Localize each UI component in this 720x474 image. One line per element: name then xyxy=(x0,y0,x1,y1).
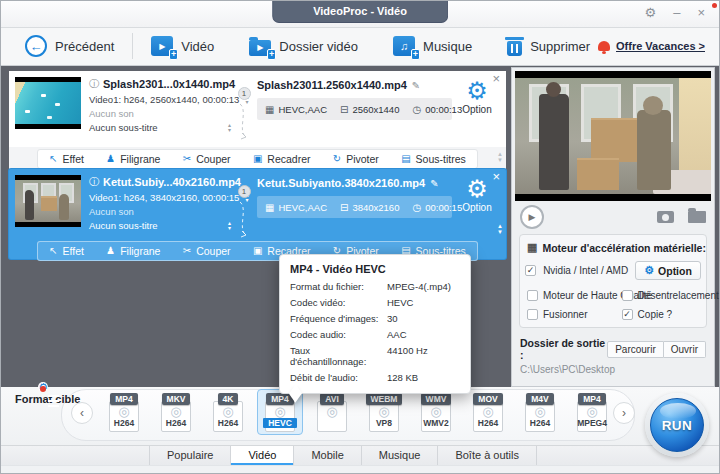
reorder-arrows[interactable]: ▲▼ xyxy=(497,151,503,163)
play-button[interactable]: ▶ xyxy=(520,205,544,229)
chip-icon: ▦ xyxy=(527,241,537,254)
tab-mobile[interactable]: Mobile xyxy=(294,446,361,465)
back-button[interactable]: ← Précédent xyxy=(25,35,114,57)
audio-track-info: Aucun son xyxy=(89,108,134,119)
action-cursor-button[interactable]: ↖Effet xyxy=(49,153,84,165)
codec-icon: ▦ xyxy=(265,202,274,213)
back-arrow-icon: ← xyxy=(25,35,47,57)
carousel-right-chevron[interactable]: › xyxy=(613,402,635,424)
action-scissors-button[interactable]: ✂Couper xyxy=(183,153,231,165)
action-stamp-button[interactable]: ♟Filigrane xyxy=(106,153,160,165)
format-wmv-wmv2[interactable]: WMV◎WMV2 xyxy=(413,390,459,432)
browse-button[interactable]: Parcourir xyxy=(607,341,664,358)
toolbar-divider xyxy=(132,33,133,59)
trash-icon xyxy=(507,41,522,56)
stamp-icon: ♟ xyxy=(106,245,115,256)
snapshot-camera-icon[interactable] xyxy=(657,211,674,223)
high-quality-checkbox[interactable] xyxy=(527,290,538,301)
stamp-icon: ♟ xyxy=(106,153,115,164)
tooltip-row: Taux d'échantillonnage:44100 Hz xyxy=(290,345,460,367)
scissors-icon: ✂ xyxy=(183,153,191,164)
action-crop-button[interactable]: ▣Recadrer xyxy=(253,153,311,165)
conversion-arrow xyxy=(237,102,251,142)
gpu-checkbox[interactable] xyxy=(525,265,536,276)
format-mp4-h264[interactable]: MP4◎H264 xyxy=(101,390,147,432)
format-avi[interactable]: AVI◎ xyxy=(309,390,355,432)
format-mkv-h264[interactable]: MKV◎H264 xyxy=(153,390,199,432)
bottom-strip xyxy=(1,465,719,473)
remove-item-icon[interactable]: × xyxy=(492,169,500,184)
video-item-1[interactable]: ⓘ Splash2301...0x1440.mp4 Video1: h264, … xyxy=(9,71,506,164)
merge-checkbox[interactable] xyxy=(527,309,538,320)
film-reel-icon: ◎ xyxy=(430,405,441,418)
video-thumbnail-1[interactable] xyxy=(15,77,81,129)
track-count-badge: 1 xyxy=(238,87,251,100)
action-scissors-button[interactable]: ✂Couper xyxy=(183,245,231,257)
add-video-folder-button[interactable]: ▶+ Dossier vidéo xyxy=(249,37,358,56)
remove-item-icon[interactable]: × xyxy=(492,71,500,86)
title-bar: VideoProc - Vidéo ⚙ – × xyxy=(1,1,719,28)
crop-icon: ▣ xyxy=(253,245,262,256)
close-button[interactable]: × xyxy=(697,5,705,20)
info-icon[interactable]: ⓘ xyxy=(89,77,99,91)
copy-checkbox[interactable] xyxy=(622,309,633,320)
add-music-button[interactable]: ♫+ Musique xyxy=(393,36,472,56)
format-m4v-h264[interactable]: M4V◎H264 xyxy=(517,390,563,432)
action-rotate-button[interactable]: ↻Pivoter xyxy=(333,153,379,165)
add-video-button[interactable]: ▶+ Vidéo xyxy=(151,36,214,56)
tab-vid-o[interactable]: Vidéo xyxy=(231,446,294,465)
delete-button[interactable]: Supprimer xyxy=(507,36,590,56)
action-stamp-button[interactable]: ♟Filigrane xyxy=(106,245,160,257)
action-cursor-button[interactable]: ↖Effet xyxy=(49,245,84,257)
resolution-icon: ⊟ xyxy=(340,202,348,213)
film-reel-icon: ◎ xyxy=(118,405,129,418)
reorder-arrows[interactable]: ▲▼ xyxy=(497,223,503,235)
clock-icon: ◷ xyxy=(412,202,421,213)
tooltip-row: Format du fichier:MPEG-4(.mp4) xyxy=(290,281,460,292)
cursor-icon: ↖ xyxy=(49,153,57,164)
conversion-arrow xyxy=(237,200,251,240)
video-thumbnail-2[interactable] xyxy=(15,175,81,227)
format-webm-vp8[interactable]: WEBM◎VP8 xyxy=(361,390,407,432)
run-button[interactable]: RUN xyxy=(650,398,704,452)
video-folder-icon: ▶+ xyxy=(249,40,271,56)
video-track-info: Video1: h264, 2560x1440, 00:00:13 xyxy=(89,94,239,105)
holiday-offer-link[interactable]: Offre Vacances > xyxy=(598,40,705,52)
film-reel-icon: ◎ xyxy=(482,405,493,418)
add-video-icon: ▶+ xyxy=(151,36,173,56)
tab-bo-te-outils[interactable]: Boîte à outils xyxy=(438,446,537,465)
file-icon: ◎WMV2 xyxy=(421,401,451,432)
film-reel-icon: ◎ xyxy=(170,405,181,418)
clock-icon: ◷ xyxy=(412,104,421,115)
info-icon[interactable]: ⓘ xyxy=(89,175,99,189)
file-icon: ◎H264 xyxy=(213,401,243,432)
preview-panel: ▶ ▦ Moteur d'accélération matérielle: Nv… xyxy=(511,67,715,387)
rename-icon[interactable]: ✎ xyxy=(430,178,438,189)
hw-option-button[interactable]: ⚙ Option xyxy=(635,261,701,280)
video-item-2-selected[interactable]: ⓘ Ketut.Subiy...40x2160.mp4 Video1: h264… xyxy=(9,169,506,259)
settings-gear-icon[interactable]: ⚙ xyxy=(645,5,657,20)
video-preview[interactable] xyxy=(515,71,711,201)
format-mov-h264[interactable]: MOV◎H264 xyxy=(465,390,511,432)
tab-musique[interactable]: Musique xyxy=(362,446,439,465)
carousel-left-chevron[interactable]: ‹ xyxy=(71,402,93,424)
tab-populaire[interactable]: Populaire xyxy=(149,446,231,465)
track-count-badge: 1 xyxy=(238,185,251,198)
open-button[interactable]: Ouvrir xyxy=(664,341,706,358)
output-filename: Ketut.Subiyanto.3840x2160.mp4 xyxy=(257,177,425,189)
tooltip-row: Codec vidéo:HEVC xyxy=(290,297,460,308)
run-button-plate: RUN xyxy=(645,393,709,457)
open-folder-icon[interactable] xyxy=(688,211,706,223)
format-bar: ⚙ Format cible ‹ MP4◎H264MKV◎H2644K◎H264… xyxy=(1,387,719,445)
target-format-button[interactable]: ⚙ Format cible xyxy=(15,389,71,405)
minimize-button[interactable]: – xyxy=(673,5,680,20)
file-icon: ◎H264 xyxy=(473,401,503,432)
action-subtitles-button[interactable]: ▤Sous-titres xyxy=(401,153,466,165)
format-mp4-mpeg4[interactable]: MP4◎MPEG4 xyxy=(569,390,615,432)
rename-icon[interactable]: ✎ xyxy=(412,80,420,91)
scissors-icon: ✂ xyxy=(183,245,191,256)
source-filename: Ketut.Subiy...40x2160.mp4 xyxy=(103,176,241,188)
format-4k-h264[interactable]: 4K◎H264 xyxy=(205,390,251,432)
deinterlace-checkbox[interactable] xyxy=(622,290,633,301)
resolution-icon: ⊟ xyxy=(340,104,348,115)
